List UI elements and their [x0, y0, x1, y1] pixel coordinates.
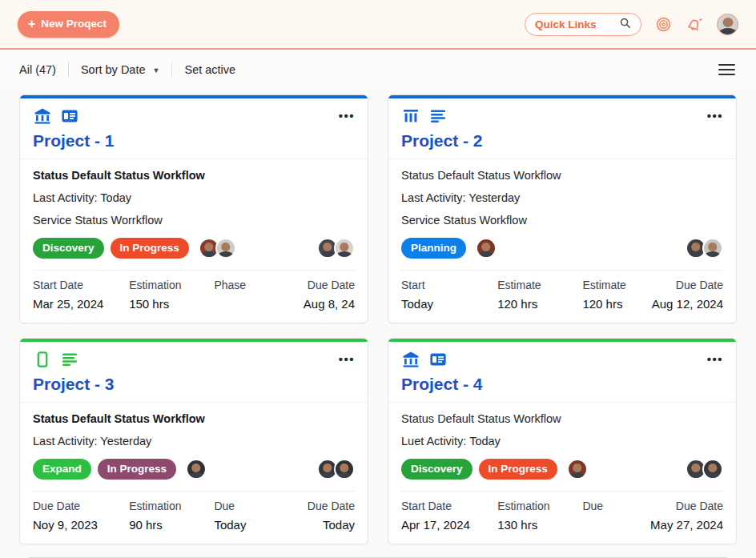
- footer-label: Start Date: [33, 279, 129, 291]
- text-lines-icon: [428, 106, 448, 126]
- footer-label: Start: [401, 279, 497, 291]
- id-card-icon: [60, 106, 79, 126]
- footer-label: Due Date: [645, 279, 723, 291]
- card-menu-button[interactable]: •••: [707, 106, 723, 125]
- bank-icon: [33, 106, 52, 126]
- assignee-avatars: [567, 459, 588, 480]
- last-activity-line: Last Activity: Today: [33, 191, 355, 204]
- hamburger-menu-icon[interactable]: [717, 61, 737, 79]
- project-card-3[interactable]: ••• Project - 3 Status Default Status Wo…: [19, 338, 368, 544]
- avatar[interactable]: [567, 459, 588, 480]
- project-title[interactable]: Project - 2: [401, 131, 723, 151]
- footer-value: [582, 518, 645, 532]
- status-workflow-line: Status Default Status Workflow: [33, 412, 355, 425]
- footer-value: [214, 297, 277, 311]
- status-badge[interactable]: Planning: [401, 238, 466, 259]
- footer-label: Start Date: [401, 500, 497, 512]
- service-workflow-line: Service Status Worrkflow: [33, 214, 355, 227]
- footer-value: 120 hrs: [497, 297, 582, 311]
- quick-links-label: Quick Links: [535, 18, 597, 30]
- status-workflow-line: Status Default Status Workflow: [33, 169, 355, 182]
- bank-icon: [401, 350, 420, 369]
- project-grid: ••• Project - 1 Status Default Status Wo…: [0, 90, 756, 544]
- avatar[interactable]: [476, 238, 497, 259]
- quick-links-search[interactable]: Quick Links: [525, 13, 641, 36]
- topbar: + New Proqect Quick Links: [0, 0, 756, 50]
- avatar[interactable]: [702, 459, 723, 480]
- project-title[interactable]: Project - 3: [33, 375, 355, 394]
- search-icon: [619, 17, 631, 31]
- footer-label: Estimation: [497, 500, 582, 512]
- filter-all[interactable]: Ail (47): [19, 63, 56, 76]
- footer-value: May 27, 2024: [645, 518, 723, 532]
- divider: [388, 402, 736, 403]
- user-avatar[interactable]: [717, 14, 738, 35]
- caret-down-icon: ▼: [153, 66, 160, 74]
- assignee-avatars: [476, 238, 497, 259]
- footer-value: 120 hrs: [582, 297, 645, 311]
- card-menu-button[interactable]: •••: [707, 350, 723, 368]
- project-card-2[interactable]: ••• Project - 2 Status Default Status Wo…: [388, 94, 737, 323]
- footer-label: Due Date: [33, 500, 129, 512]
- status-badge[interactable]: In Progress: [98, 459, 176, 480]
- sort-label: Sort by Date: [81, 63, 146, 76]
- service-workflow-line: Service Status Workflow: [401, 214, 723, 227]
- status-badge[interactable]: In Progress: [479, 459, 557, 480]
- topbar-right: Quick Links: [525, 13, 738, 36]
- project-title[interactable]: Project - 1: [33, 131, 355, 151]
- set-active[interactable]: Set active: [184, 63, 235, 76]
- divider: [388, 159, 736, 159]
- footer-label: Phase: [214, 279, 277, 291]
- footer-label: Estimation: [129, 500, 214, 512]
- watcher-avatars: [317, 459, 355, 480]
- footer-label: Estimation: [129, 279, 214, 291]
- card-menu-button[interactable]: •••: [339, 350, 355, 368]
- avatar[interactable]: [702, 238, 723, 259]
- footer-value: Mar 25, 2024: [33, 297, 129, 311]
- avatar[interactable]: [215, 238, 236, 259]
- footer-label: Due Date: [277, 279, 355, 291]
- new-project-label: New Proqect: [41, 18, 107, 30]
- footer-value: Noy 9, 2023: [33, 518, 129, 532]
- watcher-avatars: [686, 238, 723, 259]
- target-icon[interactable]: [655, 16, 672, 33]
- status-badge[interactable]: Discovery: [401, 459, 472, 480]
- footer-value: 150 hrs: [129, 297, 214, 311]
- status-badge[interactable]: Discovery: [33, 238, 104, 259]
- card-menu-button[interactable]: •••: [339, 106, 355, 125]
- avatar[interactable]: [186, 459, 207, 480]
- footer-label: Estimate: [582, 279, 645, 291]
- footer-label: Due Date: [645, 500, 723, 512]
- project-card-1[interactable]: ••• Project - 1 Status Default Status Wo…: [19, 94, 368, 323]
- footer-label: Due: [214, 500, 277, 512]
- divider: [20, 159, 368, 159]
- divider: [171, 62, 172, 78]
- last-activity-line: Last Activity: Yesterday: [401, 191, 723, 204]
- id-card-icon: [428, 350, 448, 369]
- avatar[interactable]: [334, 238, 355, 259]
- card-footer: Due DateNoy 9, 2023 Estimation90 hrs Due…: [33, 491, 355, 532]
- bell-icon[interactable]: [686, 15, 703, 33]
- pillars-icon: [401, 106, 420, 126]
- list-toolbar: Ail (47) Sort by Date ▼ Set active: [0, 50, 756, 90]
- project-card-4[interactable]: ••• Project - 4 Status Default Status Wo…: [388, 338, 737, 544]
- status-badge[interactable]: In Progress: [111, 238, 189, 259]
- footer-value: Aug 12, 2024: [645, 297, 723, 311]
- text-lines-icon: [60, 350, 79, 369]
- card-footer: StartToday Estimate120 hrs Estimate120 h…: [401, 270, 723, 311]
- assignee-avatars: [186, 459, 207, 480]
- status-workflow-line: Status Default Status Workflow: [401, 169, 723, 182]
- plus-icon: +: [28, 18, 35, 30]
- card-footer: Start DateMar 25, 2024 Estimation150 hrs…: [33, 270, 355, 311]
- footer-value: 130 hrs: [497, 518, 582, 532]
- project-title[interactable]: Project - 4: [401, 375, 723, 394]
- new-project-button[interactable]: + New Proqect: [18, 11, 119, 38]
- assignee-avatars: [199, 238, 236, 259]
- footer-label: Due Date: [277, 500, 355, 512]
- footer-label: Due: [582, 500, 645, 512]
- sort-by-date[interactable]: Sort by Date ▼: [81, 63, 160, 76]
- status-workflow-line: Status Default Status Workflow: [401, 412, 723, 425]
- status-badge[interactable]: Expand: [33, 459, 91, 480]
- avatar[interactable]: [334, 459, 355, 480]
- card-footer: Start DateApr 17, 2024 Estimation130 hrs…: [401, 491, 723, 532]
